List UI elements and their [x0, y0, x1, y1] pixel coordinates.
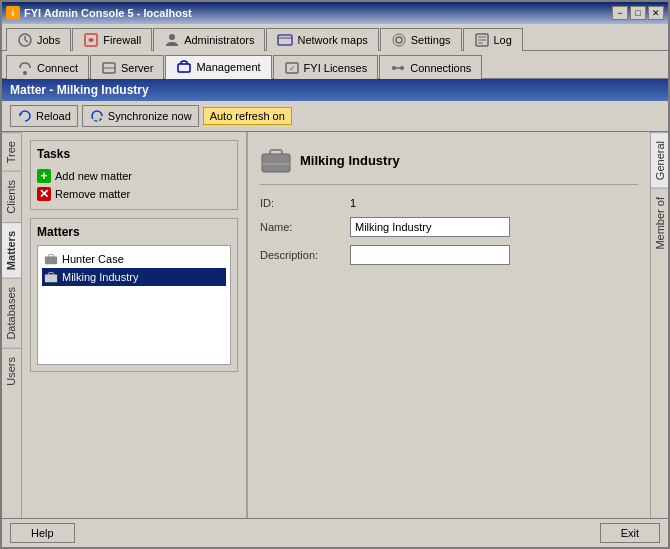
tab-firewall-label: Firewall [103, 34, 141, 46]
matter-item-hunter-case[interactable]: Hunter Case [42, 250, 226, 268]
tab-settings[interactable]: Settings [380, 28, 462, 51]
title-bar: i FYI Admin Console 5 - localhost − □ ✕ [2, 2, 668, 24]
licenses-icon: ✓ [284, 60, 300, 76]
side-tab-users[interactable]: Users [2, 348, 21, 394]
maximize-button[interactable]: □ [630, 6, 646, 20]
sync-icon [89, 108, 105, 124]
tab-management-label: Management [196, 61, 260, 73]
svg-point-4 [169, 34, 175, 40]
help-button[interactable]: Help [10, 523, 75, 543]
tasks-section: Tasks + Add new matter ✕ Remove matter [30, 140, 238, 210]
tab-jobs-label: Jobs [37, 34, 60, 46]
matters-list: Hunter Case Milking Industry [37, 245, 231, 365]
exit-label: Exit [621, 527, 639, 539]
detail-panel: Milking Industry ID: 1 Name: Descript [248, 132, 650, 518]
remove-matter-button[interactable]: ✕ Remove matter [37, 185, 231, 203]
title-bar-left: i FYI Admin Console 5 - localhost [6, 6, 192, 20]
log-icon [474, 32, 490, 48]
reload-button[interactable]: Reload [10, 105, 78, 127]
matter-icon-hunter [44, 252, 58, 266]
name-row: Name: [260, 217, 638, 237]
svg-rect-24 [48, 255, 53, 258]
tab-server-label: Server [121, 62, 153, 74]
left-panel: Tasks + Add new matter ✕ Remove matter M… [22, 132, 247, 518]
side-tabs: Tree Clients Matters Databases Users [2, 132, 22, 518]
detail-header: Milking Industry [260, 144, 638, 185]
matters-title: Matters [37, 225, 231, 239]
right-tab-general[interactable]: General [651, 132, 668, 188]
tab-connections-label: Connections [410, 62, 471, 74]
id-value: 1 [350, 197, 356, 209]
tab-connect[interactable]: Connect [6, 55, 89, 79]
detail-title: Milking Industry [300, 153, 400, 168]
auto-refresh-button[interactable]: Auto refresh on [203, 107, 292, 125]
svg-rect-5 [278, 35, 292, 45]
footer: Help Exit [2, 518, 668, 547]
sync-label: Synchronize now [108, 110, 192, 122]
tasks-title: Tasks [37, 147, 231, 161]
tab-row-2: Connect Server Management ✓ FYI Licenses… [2, 51, 668, 78]
right-panel: Milking Industry ID: 1 Name: Descript [248, 132, 668, 518]
connect-icon [17, 60, 33, 76]
tab-firewall[interactable]: Firewall [72, 28, 152, 51]
section-header: Matter - Milking Industry [2, 79, 668, 101]
svg-point-7 [396, 37, 402, 43]
window-title: FYI Admin Console 5 - localhost [24, 7, 192, 19]
close-button[interactable]: ✕ [648, 6, 664, 20]
content-area: Milking Industry ID: 1 Name: Descript [248, 132, 668, 518]
main-window: i FYI Admin Console 5 - localhost − □ ✕ … [0, 0, 670, 549]
description-row: Description: [260, 245, 638, 265]
network-maps-icon [277, 32, 293, 48]
svg-line-2 [25, 40, 28, 42]
side-tab-clients[interactable]: Clients [2, 171, 21, 222]
section-title: Matter - Milking Industry [10, 83, 149, 97]
matter-milking-label: Milking Industry [62, 271, 138, 283]
remove-icon: ✕ [37, 187, 51, 201]
side-tab-matters[interactable]: Matters [2, 222, 21, 278]
add-matter-button[interactable]: + Add new matter [37, 167, 231, 185]
tab-network-maps-label: Network maps [297, 34, 367, 46]
tab-connect-label: Connect [37, 62, 78, 74]
app-icon: i [6, 6, 20, 20]
matter-icon-milking [44, 270, 58, 284]
sync-button[interactable]: Synchronize now [82, 105, 199, 127]
tab-server[interactable]: Server [90, 55, 164, 79]
exit-button[interactable]: Exit [600, 523, 660, 543]
name-input[interactable] [350, 217, 510, 237]
tab-administrators[interactable]: Administrators [153, 28, 265, 51]
side-tab-tree[interactable]: Tree [2, 132, 21, 171]
auto-refresh-label: Auto refresh on [210, 110, 285, 122]
reload-label: Reload [36, 110, 71, 122]
svg-rect-28 [270, 150, 282, 156]
svg-rect-16 [178, 64, 190, 72]
minimize-button[interactable]: − [612, 6, 628, 20]
tab-management[interactable]: Management [165, 55, 271, 79]
settings-icon [391, 32, 407, 48]
tab-log[interactable]: Log [463, 28, 523, 51]
window-controls: − □ ✕ [612, 6, 664, 20]
tab-fyi-licenses-label: FYI Licenses [304, 62, 368, 74]
reload-icon [17, 108, 33, 124]
tab-connections[interactable]: Connections [379, 55, 482, 79]
right-tab-member-of[interactable]: Member of [651, 188, 668, 258]
tab-jobs[interactable]: Jobs [6, 28, 71, 51]
right-side-tabs: General Member of [650, 132, 668, 518]
tab-network-maps[interactable]: Network maps [266, 28, 378, 51]
side-tab-databases[interactable]: Databases [2, 278, 21, 348]
administrators-icon [164, 32, 180, 48]
id-row: ID: 1 [260, 197, 638, 209]
svg-point-20 [400, 66, 404, 70]
matters-section: Matters Hunter Case Mi [30, 218, 238, 372]
svg-text:✓: ✓ [288, 64, 295, 73]
svg-point-8 [393, 34, 405, 46]
connections-icon [390, 60, 406, 76]
matter-hunter-label: Hunter Case [62, 253, 124, 265]
tab-fyi-licenses[interactable]: ✓ FYI Licenses [273, 55, 379, 79]
remove-matter-label: Remove matter [55, 188, 130, 200]
svg-rect-26 [48, 273, 53, 276]
help-label: Help [31, 527, 54, 539]
name-label: Name: [260, 221, 350, 233]
description-input[interactable] [350, 245, 510, 265]
server-icon [101, 60, 117, 76]
matter-item-milking-industry[interactable]: Milking Industry [42, 268, 226, 286]
